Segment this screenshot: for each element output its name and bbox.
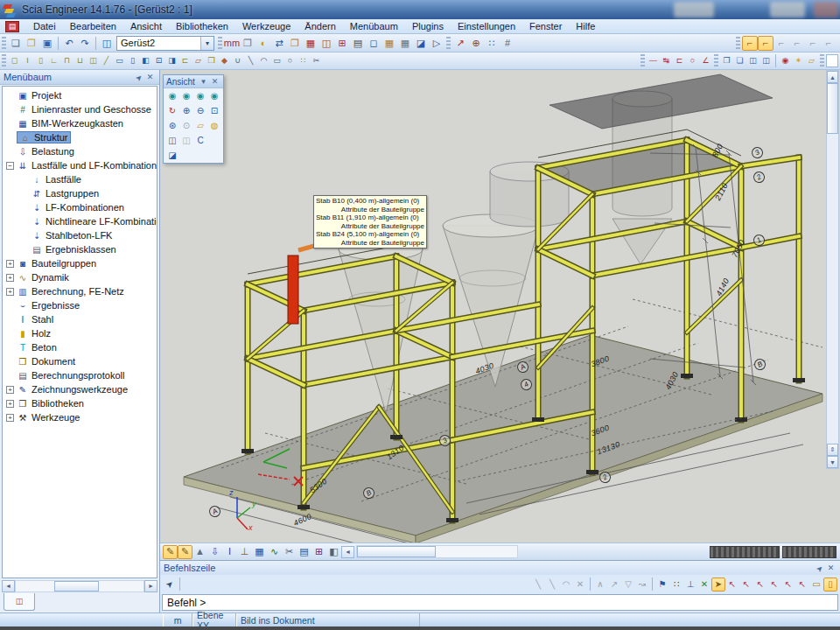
command-window-icon[interactable]: ▯ xyxy=(823,578,837,592)
tree-expander-icon[interactable]: + xyxy=(6,260,14,268)
sidebar-item-nichtlineare-lf-kombinationen[interactable]: ⇣Nichtlineare LF-Kombinatio xyxy=(3,214,157,228)
statusbar-cell[interactable]: Bild ins Dokument xyxy=(236,613,420,626)
clipping-box-icon[interactable]: C xyxy=(193,134,207,147)
fast-adjust-current-icon[interactable]: ✎ xyxy=(178,545,192,559)
check-structure-icon[interactable]: ◫ xyxy=(318,36,334,51)
sidebar-item-lf-kombinationen[interactable]: ⇣LF-Kombinationen xyxy=(3,200,157,214)
sidebar-item-struktur[interactable]: ⌂Struktur xyxy=(3,130,157,144)
statusbar-cell[interactable]: m xyxy=(163,613,192,626)
sidebar-hscrollbar[interactable]: ◄ ► xyxy=(2,579,158,592)
zoom-window-icon[interactable]: ⊡ xyxy=(207,104,221,117)
cursor-mode-5-icon[interactable]: ↖ xyxy=(781,578,795,592)
view-y-icon[interactable]: ◉ xyxy=(179,89,193,102)
activity-icon[interactable]: ◐ xyxy=(256,36,271,51)
view-axo-icon[interactable]: ◉ xyxy=(207,89,221,102)
view-parameters-icon[interactable]: ▱ xyxy=(193,119,207,132)
show-supports-icon[interactable]: ⊥ xyxy=(237,545,252,559)
toolbar-grip[interactable] xyxy=(714,54,718,67)
print-picture-icon[interactable]: ◫ xyxy=(165,134,179,147)
open-folder-icon[interactable]: ❐ xyxy=(24,36,39,51)
tree-expander-icon[interactable]: + xyxy=(6,414,14,422)
dim-angle-icon[interactable]: ∠ xyxy=(699,55,712,67)
xml-exchange-icon[interactable]: ⇄ xyxy=(271,36,287,51)
docked-panel-preview[interactable] xyxy=(710,546,780,558)
visibility-eye-icon[interactable]: ◉ xyxy=(779,55,792,67)
menu-item-bibliotheken[interactable]: Bibliotheken xyxy=(169,20,235,32)
fe-mesh-icon[interactable]: ▦ xyxy=(303,36,318,51)
statusbar-cell[interactable]: Ebene XY xyxy=(192,613,236,626)
sidebar-item-lastfaelle-lf-kombinationen[interactable]: −⇊Lastfälle und LF-Kombinatione xyxy=(3,158,157,172)
tree-expander-icon[interactable]: + xyxy=(6,288,14,296)
cursor-mode-4-icon[interactable]: ↖ xyxy=(767,578,781,592)
zoom-previous-icon[interactable]: ⊙ xyxy=(179,119,193,132)
toolbar-grip[interactable] xyxy=(2,37,6,50)
dim-double-icon[interactable]: ↹ xyxy=(660,55,673,67)
select-previous-icon[interactable]: ⌐ xyxy=(821,36,836,51)
numeric-input-icon[interactable]: ▭ xyxy=(809,578,823,592)
catalog-block-icon[interactable]: ❒ xyxy=(205,55,218,67)
menu-item-ändern[interactable]: Ändern xyxy=(298,20,342,32)
viewport-vscrollbar[interactable]: ▲ ⇕ ▼ xyxy=(826,70,839,469)
viewport-hscroll-track[interactable] xyxy=(356,545,518,558)
fast-adjust-layers-icon[interactable]: ✎ xyxy=(163,545,178,559)
close-icon[interactable]: ✕ xyxy=(209,76,220,88)
render-light-icon[interactable]: ◍ xyxy=(207,119,221,132)
zoom-out-icon[interactable]: ⊖ xyxy=(193,104,207,117)
printer-icon[interactable]: ▤ xyxy=(350,36,366,51)
sidebar-item-bauteilgruppen[interactable]: +◙Bauteilgruppen xyxy=(3,256,157,270)
new-column-icon[interactable]: ▯ xyxy=(34,55,47,67)
new-wall-icon[interactable]: ▯ xyxy=(126,55,139,67)
new-shell-icon[interactable]: ◧ xyxy=(139,55,152,67)
toolbar-grip[interactable] xyxy=(820,54,824,67)
new-bracing-icon[interactable]: ╱ xyxy=(100,55,113,67)
menu-item-menübaum[interactable]: Menübaum xyxy=(343,20,405,32)
sidebar-item-bibliotheken[interactable]: +❒Bibliotheken xyxy=(3,396,157,410)
load-panel-icon[interactable]: ▱ xyxy=(192,55,205,67)
menu-item-werkzeuge[interactable]: Werkzeuge xyxy=(235,20,298,32)
show-sections-icon[interactable]: ✂ xyxy=(282,545,297,559)
new-rib-icon[interactable]: ⊏ xyxy=(178,55,192,67)
paste-add-icon[interactable]: ◫ xyxy=(760,55,773,67)
copy-picture-icon[interactable]: ◫ xyxy=(179,134,193,147)
toolbar-grip[interactable] xyxy=(218,37,222,50)
copy-add-icon[interactable]: ◫ xyxy=(746,55,760,67)
snap-off-icon[interactable]: ✕ xyxy=(573,578,587,592)
sidebar-item-ergebnisklassen[interactable]: ▤Ergebnisklassen xyxy=(3,242,157,256)
grid-snap-icon[interactable]: ∷ xyxy=(669,578,683,592)
dim-circle-icon[interactable]: ○ xyxy=(686,55,699,67)
view-x-icon[interactable]: ◉ xyxy=(165,89,179,102)
new-plate-icon[interactable]: ▭ xyxy=(113,55,126,67)
scroll-up-icon[interactable]: ▲ xyxy=(827,71,838,83)
export-view-icon[interactable]: ↗ xyxy=(452,36,468,51)
ansicht-palette[interactable]: Ansicht ▾ ✕ ◉◉◉◉↻⊕⊖⊡⊛⊙▱◍◫◫C◪ xyxy=(163,74,224,164)
snap-tangent-icon[interactable]: ▽ xyxy=(621,578,635,592)
table-composer-icon[interactable]: ▦ xyxy=(397,36,413,51)
dim-bracket-icon[interactable]: ⊏ xyxy=(673,55,686,67)
toolbar-grip[interactable] xyxy=(2,54,6,67)
menu-item-fenster[interactable]: Fenster xyxy=(522,20,569,32)
snap-point-icon[interactable]: ∷ xyxy=(297,55,310,67)
line-grid-icon[interactable]: # xyxy=(500,36,515,51)
new-opening-icon[interactable]: ⊡ xyxy=(152,55,165,67)
menu-item-datei[interactable]: Datei xyxy=(26,20,63,32)
vscroll-track[interactable] xyxy=(827,134,838,444)
menu-item-ansicht[interactable]: Ansicht xyxy=(123,20,169,32)
paste-attributes-icon[interactable]: ❏ xyxy=(733,55,746,67)
sidebar-item-ergebnisse[interactable]: ⌣Ergebnisse xyxy=(3,298,157,312)
scroll-left-icon[interactable]: ◄ xyxy=(341,546,354,558)
dot-grid-icon[interactable]: ∷ xyxy=(484,36,500,51)
sidebar-item-berechnung-fe-netz[interactable]: +▥Berechnung, FE-Netz xyxy=(3,284,157,298)
sidebar-item-beton[interactable]: TBeton xyxy=(3,340,157,354)
menu-item-bearbeiten[interactable]: Bearbeiten xyxy=(63,20,123,32)
select-line-icon[interactable]: ⌐ xyxy=(805,36,821,51)
connect-members-icon[interactable]: ⊞ xyxy=(334,36,350,51)
tree-expander-icon[interactable]: − xyxy=(6,162,14,170)
view-z-icon[interactable]: ◉ xyxy=(193,89,207,102)
ansicht-palette-header[interactable]: Ansicht ▾ ✕ xyxy=(164,75,223,88)
tracking-icon[interactable]: ➤ xyxy=(711,578,725,592)
select-single-icon[interactable]: ⌐ xyxy=(742,36,758,51)
sidebar-item-dokument[interactable]: ❒Dokument xyxy=(3,354,157,368)
new-rafter-icon[interactable]: ⊓ xyxy=(60,55,74,67)
new-beam-icon[interactable]: ∟ xyxy=(47,55,60,67)
scroll-split-icon[interactable]: ⇕ xyxy=(827,444,838,456)
